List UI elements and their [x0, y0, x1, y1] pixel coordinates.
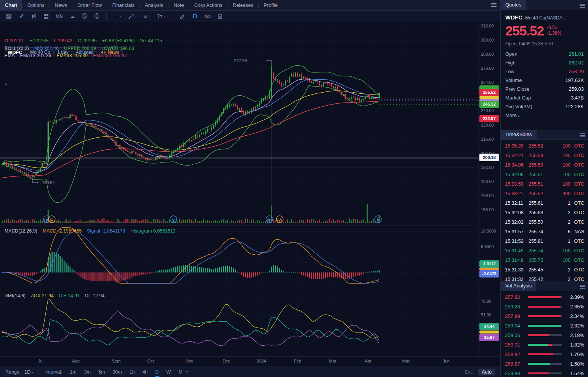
range-label: Range: — [5, 369, 21, 375]
trade-row: 15:31:57255.746NAS — [501, 227, 588, 236]
time-axis-label: Jun — [443, 359, 450, 363]
interval-1m[interactable]: 1m — [66, 368, 80, 376]
vol-analysis-rows: 257.822.39%259.282.35%257.892.34%259.042… — [501, 291, 588, 377]
axis-tick-label: 180.00 — [481, 179, 494, 184]
svg-text:D: D — [50, 217, 53, 221]
top-menu: ChartOptionsNewsOrder FlowFinancialsAnal… — [0, 0, 500, 11]
trade-row: 15:31:33255.452OTC — [501, 265, 588, 274]
time-axis-label: May — [402, 359, 410, 363]
vol-analysis-row: 259.062.18% — [501, 330, 588, 340]
time-axis-label: Sept — [112, 359, 121, 363]
axis-tick-label: 228.00 — [481, 123, 494, 127]
trendline-tool-icon[interactable]: —▾ — [114, 13, 122, 19]
quote-session-status: Open, 04/09 15:35 EDT — [505, 41, 584, 47]
trade-row: 15:34:21255.59105OTC — [501, 151, 588, 160]
quote-more-link[interactable]: More › — [505, 112, 584, 118]
axis-price-badge: 15.87 — [479, 334, 499, 341]
trash-icon[interactable] — [218, 13, 223, 19]
tab-vol-analysis[interactable]: Vol Analysis — [501, 281, 536, 291]
candlestick-icon[interactable] — [31, 13, 37, 19]
interval-w[interactable]: W — [163, 368, 175, 376]
axis-price-badge: 255.52 — [479, 89, 499, 96]
chevron-down-icon[interactable]: ▾ — [186, 370, 188, 374]
interval-m[interactable]: M — [175, 368, 186, 376]
axis-price-badge — [479, 96, 499, 99]
axis-price-badge: 245.52 — [479, 101, 499, 108]
menu-item-releases[interactable]: Releases — [228, 0, 258, 10]
quote-stat-row: Open261.01 — [505, 50, 584, 58]
trade-row: 15:33:27255.52300OTC — [501, 189, 588, 198]
time-sales-panel: Time&Sales 15:35:20255.52100OTC15:34:212… — [501, 130, 588, 281]
quote-stats: Open261.01High262.82Low253.20Volume197.6… — [505, 50, 584, 111]
magnet-icon[interactable] — [192, 13, 197, 19]
auto-scale-button[interactable]: Auto — [478, 369, 495, 375]
interval-30m[interactable]: 30m — [109, 368, 125, 376]
cloud-icon[interactable]: ☁ — [70, 13, 75, 19]
interval-4h[interactable]: 4h — [139, 368, 152, 376]
axis-tick-label: 168.00 — [481, 193, 494, 198]
range-selector[interactable]: 1D ▾ — [24, 369, 33, 375]
draw-pencil-icon[interactable] — [19, 13, 24, 19]
chart-area[interactable]: EDBEDE277.89180.54 312.00300.00288.00276… — [0, 22, 500, 356]
compare-vs-icon[interactable]: VS — [56, 13, 63, 19]
vol-analysis-row: 258.871.58% — [501, 359, 588, 369]
menu-item-options[interactable]: Options — [22, 0, 50, 10]
trade-row: 15:31:52255.811OTC — [501, 236, 588, 246]
dmi-legend[interactable]: DMI(14,6) ADX 21.94 DI+ 14.91 DI- 12.94 — [5, 293, 104, 298]
interval-1h[interactable]: 1h — [126, 368, 139, 376]
menu-hamburger-icon[interactable] — [491, 3, 497, 8]
axis-tick-label: 51.00 — [481, 313, 492, 317]
quote-stat-row: Market Cap3.47B — [505, 93, 584, 102]
collapse-chevron-icon[interactable]: ∧ — [5, 82, 7, 86]
chevron-down-icon: ▾ — [32, 371, 34, 374]
panel-menu-icon[interactable] — [580, 133, 585, 138]
axis-price-badge: 232.97 — [479, 115, 499, 122]
text-tool-icon[interactable]: Tᴛ▾ — [157, 13, 165, 19]
menu-item-note[interactable]: Note — [168, 0, 189, 10]
panel-menu-icon[interactable] — [580, 284, 585, 289]
macd-legend[interactable]: MACD(12,26,9) MACD -2.1989665 Signal -2.… — [5, 228, 176, 234]
price-axis[interactable]: 312.00300.00288.00276.00264.00252.00240.… — [478, 22, 501, 356]
vol-analysis-row: 259.011.82% — [501, 340, 588, 350]
chart-canvas[interactable]: EDBEDE277.89180.54 — [0, 22, 478, 356]
time-axis[interactable]: JulAugSeptOctNovDec2024FebMarAprMayJun — [0, 356, 500, 366]
tab-quotes[interactable]: Quotes — [501, 0, 526, 10]
panel-menu-icon[interactable] — [580, 3, 585, 8]
svg-text:277.89: 277.89 — [234, 58, 247, 63]
menu-item-analysis[interactable]: Analysis — [140, 0, 168, 10]
eraser-icon[interactable] — [179, 14, 185, 19]
svg-text:180.54: 180.54 — [42, 180, 55, 185]
menu-item-order-flow[interactable]: Order Flow — [72, 0, 107, 10]
time-axis-label: Mar — [329, 359, 336, 363]
vol-analysis-row: 259.831.54% — [501, 369, 588, 377]
layout-grid-icon[interactable] — [43, 14, 49, 19]
svg-text:E: E — [377, 217, 380, 221]
indicators-list-icon[interactable]: ≡▾ — [144, 13, 150, 20]
menu-item-chart[interactable]: Chart — [0, 0, 22, 10]
boll-legend[interactable]: BOLL(20,2) MID 201.46 UPPER 206.29 LOWER… — [5, 46, 134, 51]
eye-icon[interactable] — [204, 14, 211, 19]
axis-price-badge — [479, 330, 499, 334]
quotes-tabbar: Quotes — [501, 0, 588, 10]
menu-item-corp-actions[interactable]: Corp Actions — [189, 0, 228, 10]
tab-time-sales[interactable]: Time&Sales — [501, 130, 537, 140]
interval-5m[interactable]: 5m — [95, 368, 109, 376]
s-badge-icon[interactable]: Ⓢ — [82, 13, 87, 20]
snapshot-icon[interactable] — [5, 13, 12, 19]
d-badge-icon[interactable]: Ⓓ — [94, 13, 99, 20]
quote-stat-row: Low253.20 — [505, 67, 584, 76]
interval-3m[interactable]: 3m — [80, 368, 95, 376]
quote-stat-row: Prev Close259.03 — [505, 85, 584, 93]
ext-hours-button[interactable]: Ext. — [462, 369, 476, 375]
menu-item-profile[interactable]: Profile — [259, 0, 283, 10]
trade-row: 15:32:02255.502OTC — [501, 217, 588, 227]
menu-item-news[interactable]: News — [50, 0, 72, 10]
axis-price-badge: -2.0479 — [479, 270, 499, 278]
pitchfork-tool-icon[interactable]: ▾ — [128, 14, 137, 19]
menu-item-financials[interactable]: Financials — [107, 0, 139, 10]
axis-tick-label: 10.5000 — [481, 229, 496, 233]
ema-legend[interactable]: EMA EMA13 201.36 EMA48 205.39 EMA200 195… — [5, 53, 127, 58]
time-axis-label: Apr — [365, 359, 371, 363]
interval-d[interactable]: D — [152, 368, 163, 376]
axis-price-badge: 1.0112 — [479, 260, 499, 268]
